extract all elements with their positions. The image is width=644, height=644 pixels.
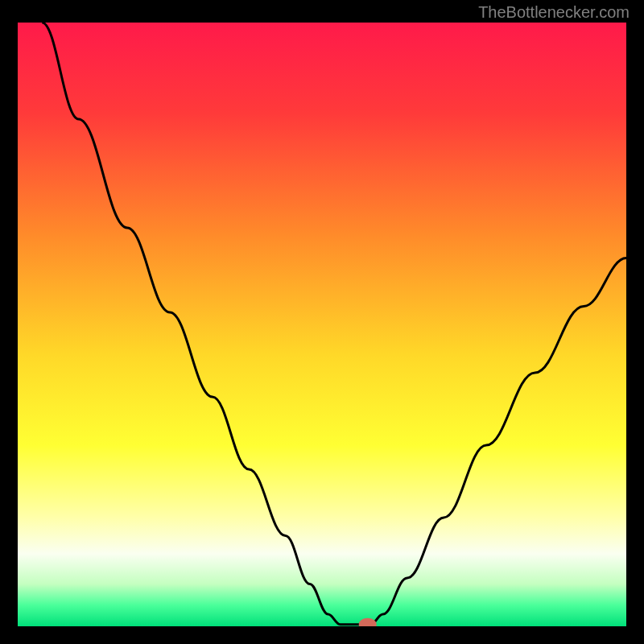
watermark-text: TheBottlenecker.com — [478, 3, 630, 22]
plot-area — [18, 23, 626, 626]
chart-container: TheBottlenecker.com — [0, 0, 644, 644]
chart-svg — [18, 23, 626, 626]
gradient-background — [18, 23, 626, 626]
